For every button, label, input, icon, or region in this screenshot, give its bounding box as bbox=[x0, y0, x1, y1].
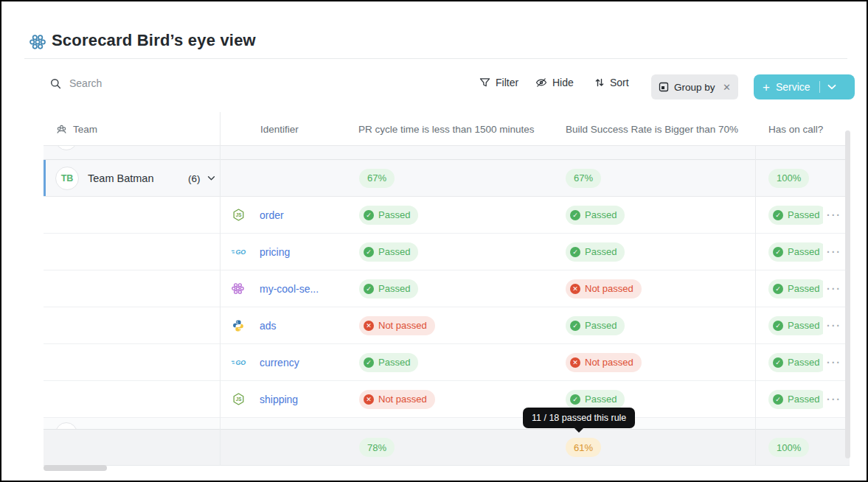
column-header-team[interactable]: Team bbox=[73, 123, 97, 134]
status-badge: Not passed bbox=[359, 316, 435, 335]
group-header-row-team-batman[interactable]: TB Team Batman (6) 67% 67% 100% bbox=[44, 160, 850, 197]
table-row[interactable]: ads Not passed Passed Passed ··· bbox=[44, 307, 850, 344]
table-row[interactable]: GO currency Passed Not passed Passed ··· bbox=[44, 344, 850, 381]
avatar bbox=[55, 146, 77, 150]
scorecard-table: Team Identifier PR cycle time is less th… bbox=[44, 112, 850, 466]
column-header-identifier[interactable]: Identifier bbox=[260, 123, 299, 134]
filter-button[interactable]: Filter bbox=[479, 77, 518, 88]
group-percentage[interactable]: 78% bbox=[359, 438, 395, 457]
group-percentage[interactable]: 67% bbox=[566, 169, 601, 188]
row-menu-button[interactable]: ··· bbox=[827, 246, 841, 258]
search-icon bbox=[50, 78, 61, 89]
service-link[interactable]: currency bbox=[260, 357, 299, 369]
status-icon bbox=[364, 210, 374, 220]
status-label: Passed bbox=[378, 283, 410, 294]
status-badge-clipped: Passed bbox=[768, 316, 823, 335]
status-icon bbox=[364, 357, 374, 368]
vertical-scrollbar[interactable] bbox=[845, 130, 850, 458]
table-row[interactable]: my-cool-se... Passed Not passed Passed ·… bbox=[44, 270, 850, 307]
status-badge-clipped: Passed bbox=[768, 390, 823, 409]
status-icon bbox=[773, 284, 783, 294]
go-icon: GO bbox=[232, 355, 246, 370]
status-icon bbox=[773, 394, 783, 405]
status-label: Passed bbox=[378, 209, 410, 220]
status-icon bbox=[364, 321, 374, 331]
add-service-label: Service bbox=[776, 81, 810, 93]
status-badge: Passed bbox=[359, 353, 418, 372]
service-link[interactable]: ads bbox=[260, 320, 277, 332]
svg-text:JS: JS bbox=[236, 212, 242, 217]
sort-button[interactable]: Sort bbox=[594, 77, 629, 88]
row-menu-button[interactable]: ··· bbox=[827, 283, 841, 295]
status-label: Passed bbox=[585, 246, 617, 257]
status-icon bbox=[570, 357, 580, 368]
status-label: Passed bbox=[585, 209, 617, 220]
avatar: TB bbox=[55, 167, 79, 190]
table-row[interactable]: GO pricing Passed Passed Passed ··· bbox=[44, 234, 850, 270]
row-menu-button[interactable]: ··· bbox=[827, 320, 841, 332]
service-link[interactable]: order bbox=[260, 209, 284, 221]
hide-button[interactable]: Hide bbox=[535, 77, 574, 88]
partial-group-row-above bbox=[44, 146, 850, 160]
partial-group-row-below bbox=[44, 418, 850, 429]
scorecard-cluster-icon bbox=[29, 34, 46, 50]
status-badge-clipped: Passed bbox=[768, 279, 823, 298]
filter-label: Filter bbox=[496, 77, 518, 88]
tooltip: 11 / 18 passed this rule bbox=[523, 408, 635, 428]
chevron-down-icon[interactable] bbox=[827, 84, 836, 90]
group-by-label: Group by bbox=[674, 82, 715, 93]
status-icon bbox=[570, 321, 580, 331]
service-link[interactable]: shipping bbox=[260, 394, 298, 405]
header-divider bbox=[24, 58, 847, 59]
table-header-row: Team Identifier PR cycle time is less th… bbox=[44, 112, 850, 146]
status-label: Not passed bbox=[378, 394, 427, 405]
next-group-summary-row[interactable]: 78% 61% 100% bbox=[44, 429, 850, 466]
status-icon bbox=[364, 247, 374, 257]
status-label: Passed bbox=[788, 209, 819, 220]
close-icon[interactable]: ✕ bbox=[723, 82, 731, 93]
table-row[interactable]: JS order Passed Passed Passed ··· bbox=[44, 197, 850, 234]
group-by-chip[interactable]: Group by ✕ bbox=[651, 74, 738, 99]
search-box[interactable] bbox=[50, 77, 215, 90]
status-label: Not passed bbox=[585, 283, 633, 294]
row-menu-button[interactable]: ··· bbox=[827, 357, 841, 369]
group-count: (6) bbox=[188, 172, 201, 184]
group-name: Team Batman bbox=[88, 172, 153, 184]
status-icon bbox=[773, 247, 783, 257]
microservice-cluster-icon bbox=[232, 282, 246, 296]
column-header-rule1[interactable]: PR cycle time is less than 1500 minutes bbox=[358, 123, 535, 134]
status-icon bbox=[773, 357, 783, 368]
hide-label: Hide bbox=[552, 77, 574, 88]
go-icon: GO bbox=[232, 245, 246, 259]
status-icon bbox=[570, 394, 580, 405]
nodejs-icon: JS bbox=[232, 392, 246, 407]
row-menu-button[interactable]: ··· bbox=[827, 209, 841, 221]
status-icon bbox=[570, 284, 580, 294]
group-percentage[interactable]: 61% bbox=[566, 438, 601, 457]
row-menu-button[interactable]: ··· bbox=[827, 394, 841, 405]
service-link[interactable]: pricing bbox=[260, 246, 290, 258]
add-service-button[interactable]: + Service bbox=[754, 74, 855, 99]
column-header-rule3[interactable]: Has on call? bbox=[768, 123, 823, 134]
group-percentage[interactable]: 67% bbox=[359, 169, 395, 188]
svg-text:GO: GO bbox=[235, 359, 246, 366]
status-label: Passed bbox=[788, 320, 819, 331]
status-badge-clipped: Passed bbox=[768, 242, 823, 262]
status-label: Not passed bbox=[378, 320, 427, 331]
plus-icon: + bbox=[763, 81, 770, 94]
status-icon bbox=[570, 210, 580, 220]
chevron-down-icon[interactable] bbox=[207, 175, 215, 181]
column-divider bbox=[755, 146, 756, 466]
search-input[interactable] bbox=[68, 77, 215, 90]
avatar bbox=[55, 422, 77, 429]
horizontal-scrollbar[interactable] bbox=[44, 465, 107, 471]
status-badge: Passed bbox=[359, 279, 418, 298]
group-percentage[interactable]: 100% bbox=[768, 169, 809, 188]
status-badge: Not passed bbox=[566, 279, 642, 298]
table-row[interactable]: JS shipping Not passed Passed Passed ··· bbox=[44, 381, 850, 418]
group-percentage[interactable]: 100% bbox=[768, 438, 809, 457]
app-window: Scorecard Bird’s eye view Filter Hide bbox=[0, 0, 868, 482]
status-badge: Passed bbox=[566, 390, 625, 409]
service-link[interactable]: my-cool-se... bbox=[260, 283, 319, 295]
column-header-rule2[interactable]: Build Success Rate is Bigger than 70% bbox=[566, 123, 738, 134]
